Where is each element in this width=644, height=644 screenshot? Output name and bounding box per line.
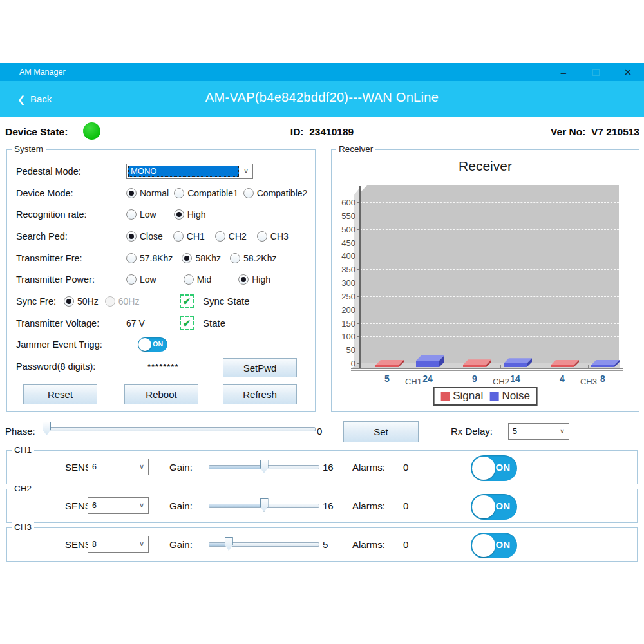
- legend-label: Noise: [502, 390, 529, 402]
- jammer-toggle-state: ON: [153, 340, 163, 348]
- ch2-sens-combobox[interactable]: 6 ∨: [88, 497, 149, 514]
- radio-57-8khz[interactable]: 57.8Khz: [126, 253, 173, 263]
- transmitter-fre-row: Transmitter Fre: 57.8Khz58Khz58.2Khz: [7, 247, 315, 269]
- ch2-gain-value: 16: [323, 500, 334, 511]
- ch3-alarms-label: Alarms:: [352, 539, 385, 550]
- ch3-gain-slider[interactable]: [209, 537, 319, 551]
- jammer-label: Jammer Event Trigg:: [16, 339, 126, 350]
- radio-58khz[interactable]: 58Khz: [182, 253, 221, 263]
- y-axis-tick: 450: [332, 238, 355, 248]
- maximize-button[interactable]: [580, 63, 612, 81]
- ch3-toggle-state: ON: [496, 539, 511, 550]
- id-label: ID:: [290, 126, 304, 137]
- phase-slider[interactable]: [43, 422, 316, 436]
- x-axis-category-label: CH1: [400, 377, 427, 386]
- pedestal-mode-combobox[interactable]: MONO ∨: [126, 164, 253, 179]
- ch1-on-toggle[interactable]: ON: [471, 455, 517, 481]
- ver-label: Ver No:: [551, 126, 585, 137]
- ch1-gain-label: Gain:: [169, 462, 193, 473]
- y-axis-tick: 0: [332, 359, 355, 368]
- radio-high[interactable]: High: [238, 274, 270, 285]
- radio-icon[interactable]: [126, 253, 137, 263]
- close-button[interactable]: ✕: [612, 63, 644, 81]
- y-axis-tick: 300: [332, 278, 355, 288]
- sync-state-checkbox[interactable]: ✔: [180, 294, 194, 308]
- radio-58-2khz[interactable]: 58.2Khz: [230, 253, 276, 263]
- ch2-on-toggle[interactable]: ON: [471, 494, 517, 520]
- radio-normal[interactable]: Normal: [126, 188, 169, 198]
- password-value[interactable]: ********: [147, 362, 178, 372]
- radio-high[interactable]: High: [174, 209, 206, 220]
- sync-state-label: Sync State: [203, 296, 250, 307]
- ch3-on-toggle[interactable]: ON: [471, 533, 517, 558]
- radio-icon[interactable]: [182, 253, 192, 263]
- phase-value: 0: [317, 426, 322, 437]
- radio-icon[interactable]: [238, 274, 249, 285]
- search-ped-options: CloseCH1CH2CH3: [126, 231, 289, 242]
- version: Ver No: V7 210513: [551, 126, 639, 138]
- radio-icon[interactable]: [64, 296, 74, 307]
- rx-delay-value: 5: [509, 427, 517, 436]
- radio-label: 57.8Khz: [140, 253, 173, 263]
- toggle-knob: [472, 495, 495, 518]
- set-button[interactable]: Set: [343, 421, 419, 442]
- radio-icon[interactable]: [173, 231, 184, 242]
- radio-ch2[interactable]: CH2: [215, 231, 247, 242]
- transmitter-power-label: Transmitter Power:: [16, 274, 126, 285]
- radio-icon[interactable]: [184, 274, 194, 285]
- x-axis-category-label: CH2: [488, 377, 515, 386]
- minimize-button[interactable]: –: [547, 63, 580, 81]
- device-title: AM-VAP(b4e842bddf20)---WAN OnLine: [0, 90, 644, 105]
- radio-icon[interactable]: [126, 231, 137, 242]
- radio-low[interactable]: Low: [126, 209, 156, 220]
- ch2-alarms-value: 0: [403, 500, 408, 511]
- radio-icon[interactable]: [257, 231, 267, 242]
- radio-icon[interactable]: [230, 253, 240, 263]
- ch2-toggle-state: ON: [496, 500, 511, 511]
- state-checkbox[interactable]: ✔: [180, 316, 194, 330]
- radio-50hz[interactable]: 50Hz: [64, 296, 99, 307]
- radio-icon[interactable]: [126, 209, 137, 220]
- radio-icon[interactable]: [174, 188, 184, 198]
- radio-label: High: [252, 274, 270, 285]
- radio-icon[interactable]: [126, 188, 137, 198]
- radio-compatible2[interactable]: Compatible2: [243, 188, 308, 198]
- ch1-toggle-state: ON: [496, 462, 511, 473]
- ver-value: V7 210513: [591, 126, 639, 137]
- ch1-sens-combobox[interactable]: 6 ∨: [88, 459, 149, 475]
- ch3-group: CH3 SENS: 8 ∨ Gain: 5 Alarms: 0 ON: [6, 527, 638, 562]
- radio-label: CH2: [229, 231, 247, 242]
- y-axis-tick: 150: [332, 319, 355, 328]
- radio-compatible1[interactable]: Compatible1: [174, 188, 238, 198]
- ch3-sens-combobox[interactable]: 8 ∨: [88, 536, 149, 553]
- radio-ch1[interactable]: CH1: [173, 231, 205, 242]
- reboot-button[interactable]: Reboot: [124, 384, 198, 404]
- rx-delay-combobox[interactable]: 5 ∨: [508, 423, 569, 440]
- transmitter-fre-options: 57.8Khz58Khz58.2Khz: [126, 253, 276, 263]
- bar-value-label: 9: [462, 374, 488, 384]
- ch3-gain-value: 5: [323, 539, 328, 550]
- radio-label: 58Khz: [195, 253, 221, 263]
- slider-thumb[interactable]: [260, 498, 269, 512]
- refresh-button[interactable]: Refresh: [223, 384, 297, 404]
- radio-icon[interactable]: [243, 188, 254, 198]
- ch1-gain-slider[interactable]: [209, 460, 319, 474]
- y-axis-tick: 250: [332, 292, 355, 301]
- jammer-toggle[interactable]: ON: [138, 337, 167, 352]
- radio-icon[interactable]: [215, 231, 225, 242]
- radio-icon[interactable]: [174, 209, 184, 220]
- ch2-gain-slider[interactable]: [209, 498, 319, 513]
- radio-close[interactable]: Close: [126, 231, 163, 242]
- slider-thumb[interactable]: [260, 460, 269, 473]
- reset-button[interactable]: Reset: [23, 384, 97, 404]
- radio-mid[interactable]: Mid: [184, 274, 212, 285]
- setpwd-button[interactable]: SetPwd: [223, 358, 297, 377]
- slider-thumb[interactable]: [225, 537, 233, 551]
- radio-ch3[interactable]: CH3: [257, 231, 289, 242]
- chevron-down-icon: ∨: [560, 427, 565, 435]
- ch1-alarms-value: 0: [403, 462, 408, 473]
- chevron-down-icon: ∨: [243, 167, 249, 175]
- slider-thumb[interactable]: [43, 422, 51, 435]
- radio-icon[interactable]: [126, 274, 137, 285]
- radio-low[interactable]: Low: [126, 274, 156, 285]
